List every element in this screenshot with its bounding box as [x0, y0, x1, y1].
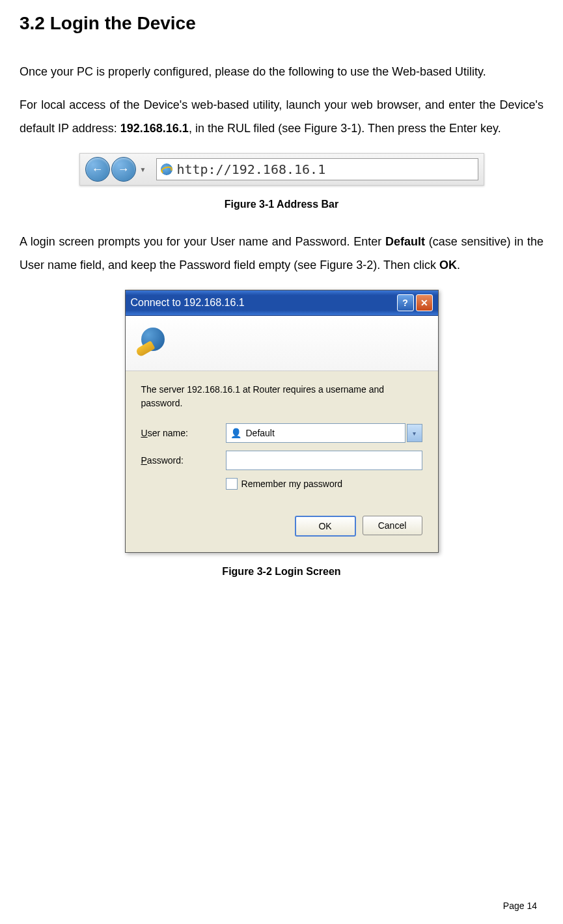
para3-end: .	[457, 259, 460, 272]
close-icon: ✕	[420, 298, 428, 308]
ok-button[interactable]: OK	[295, 516, 356, 537]
dialog-titlebar: Connect to 192.168.16.1 ? ✕	[126, 290, 438, 316]
paragraph-instruction-1: For local access of the Device's web-bas…	[20, 93, 543, 140]
arrow-left-icon: ←	[92, 163, 103, 176]
ok-bold: OK	[439, 259, 457, 272]
dialog-message: The server 192.168.16.1 at Router requir…	[141, 383, 422, 410]
user-icon: 👤	[230, 427, 242, 439]
dialog-header	[126, 316, 438, 371]
dialog-title: Connect to 192.168.16.1	[131, 297, 245, 309]
username-label: User name:	[141, 428, 226, 438]
chevron-down-icon: ▾	[413, 430, 416, 437]
remember-checkbox[interactable]	[226, 478, 238, 490]
back-button[interactable]: ←	[85, 157, 110, 182]
arrow-right-icon: →	[118, 163, 130, 176]
password-input[interactable]	[226, 451, 422, 470]
username-value: Default	[246, 428, 275, 438]
address-bar-figure: ← → ▼ http://192.168.16.1	[79, 153, 484, 186]
ie-icon	[161, 163, 172, 175]
key-icon	[133, 328, 165, 359]
paragraph-intro: Once your PC is properly configured, ple…	[20, 60, 543, 83]
figure-caption-1: Figure 3-1 Address Bar	[20, 199, 543, 210]
username-dropdown[interactable]: ▾	[407, 424, 422, 442]
ip-address: 192.168.16.1	[120, 122, 189, 135]
section-heading: 3.2 Login the Device	[20, 13, 543, 34]
close-button[interactable]: ✕	[416, 294, 433, 311]
default-bold: Default	[385, 235, 425, 248]
figure-caption-2: Figure 3-2 Login Screen	[20, 566, 543, 578]
cancel-button[interactable]: Cancel	[363, 516, 422, 535]
help-icon: ?	[402, 298, 408, 308]
help-button[interactable]: ?	[397, 294, 414, 311]
forward-button[interactable]: →	[111, 157, 136, 182]
para2-post: , in the RUL filed (see Figure 3-1). The…	[189, 122, 501, 135]
login-dialog: Connect to 192.168.16.1 ? ✕ The server 1…	[125, 290, 439, 553]
paragraph-instruction-2: A login screen prompts you for your User…	[20, 230, 543, 277]
dropdown-arrow-icon[interactable]: ▼	[140, 166, 146, 173]
url-input[interactable]: http://192.168.16.1	[156, 158, 478, 180]
remember-label: Remember my password	[241, 479, 343, 489]
username-input[interactable]: 👤 Default	[226, 423, 405, 443]
password-label: Password:	[141, 455, 226, 466]
para3-pre: A login screen prompts you for your User…	[20, 235, 385, 248]
url-text: http://192.168.16.1	[176, 161, 325, 177]
